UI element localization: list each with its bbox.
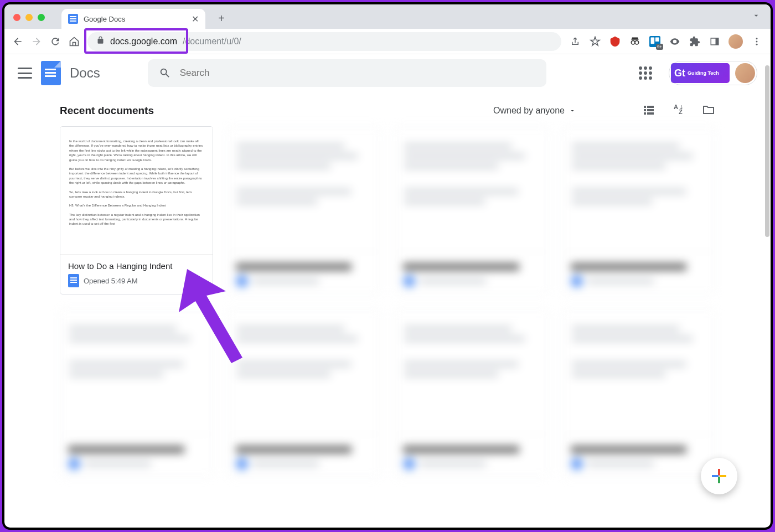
adblock-extension-icon[interactable]	[609, 35, 621, 48]
url-domain: docs.google.com	[110, 37, 177, 47]
docs-file-icon	[68, 274, 79, 287]
docs-logo-icon[interactable]	[41, 61, 61, 85]
search-box[interactable]	[148, 59, 546, 87]
docs-header: Docs GtGuiding Tech	[4, 54, 771, 92]
browser-tabbar: Google Docs ✕ +	[4, 4, 771, 29]
forward-button[interactable]	[31, 36, 42, 47]
document-subtitle: Opened 5:49 AM	[84, 277, 138, 285]
account-switcher[interactable]: GtGuiding Tech	[669, 61, 757, 85]
svg-point-1	[635, 40, 639, 44]
scrollbar[interactable]	[765, 65, 769, 237]
document-card-blurred[interactable]	[562, 309, 716, 477]
chevron-down-icon	[569, 107, 576, 114]
profile-avatar-icon[interactable]	[728, 34, 743, 49]
section-title: Recent documents	[60, 105, 154, 117]
tabs-overflow-icon[interactable]	[752, 11, 761, 22]
document-card-blurred[interactable]	[228, 126, 381, 295]
svg-point-8	[756, 40, 758, 42]
url-path: /document/u/0/	[183, 37, 241, 47]
plus-multicolor-icon	[709, 466, 729, 486]
svg-point-0	[631, 40, 635, 44]
extension-badge: 9+	[656, 44, 663, 50]
address-bar[interactable]: docs.google.com/document/u/0/	[87, 32, 561, 51]
document-card-blurred[interactable]	[395, 309, 548, 477]
svg-point-7	[756, 38, 758, 39]
reload-button[interactable]	[50, 36, 61, 47]
search-input[interactable]	[180, 68, 535, 79]
svg-text:A: A	[674, 104, 678, 110]
tab-close-icon[interactable]: ✕	[192, 14, 199, 24]
document-card-blurred[interactable]	[228, 309, 381, 477]
new-document-fab[interactable]	[701, 458, 737, 494]
user-avatar-icon	[735, 63, 755, 83]
back-button[interactable]	[12, 36, 23, 47]
owner-filter-dropdown[interactable]: Owned by anyone	[493, 106, 576, 116]
app-title: Docs	[70, 65, 100, 81]
docs-favicon-icon	[68, 14, 78, 24]
svg-rect-13	[718, 477, 720, 483]
google-apps-icon[interactable]	[639, 66, 652, 80]
incognito-extension-icon[interactable]	[629, 35, 641, 48]
document-card-blurred[interactable]	[395, 126, 548, 295]
maximize-window-icon[interactable]	[38, 14, 45, 21]
lock-icon	[96, 36, 105, 47]
new-tab-button[interactable]: +	[213, 10, 230, 27]
svg-rect-3	[651, 37, 655, 44]
tab-title: Google Docs	[84, 15, 125, 23]
list-view-icon[interactable]	[642, 103, 655, 118]
minimize-window-icon[interactable]	[25, 14, 33, 21]
share-icon[interactable]	[569, 35, 581, 48]
document-preview: In the world of document formatting, cre…	[60, 127, 213, 254]
sidepanel-icon[interactable]	[709, 35, 721, 48]
trello-extension-icon[interactable]: 9+	[649, 35, 661, 48]
hamburger-menu-icon[interactable]	[18, 68, 32, 79]
document-card-blurred[interactable]	[60, 309, 213, 477]
document-card-blurred[interactable]	[562, 126, 716, 295]
document-card[interactable]: In the world of document formatting, cre…	[60, 126, 213, 295]
sort-az-icon[interactable]: AZ	[672, 103, 685, 118]
svg-rect-14	[712, 475, 719, 477]
traffic-lights	[13, 14, 45, 21]
svg-rect-15	[720, 475, 726, 477]
content-area: Recent documents Owned by anyone AZ In t…	[4, 92, 771, 477]
svg-rect-12	[718, 469, 720, 476]
svg-rect-6	[716, 38, 719, 45]
bookmark-star-icon[interactable]	[589, 35, 601, 48]
search-icon	[159, 67, 171, 79]
close-window-icon[interactable]	[13, 14, 20, 21]
extensions-puzzle-icon[interactable]	[689, 35, 701, 48]
document-title: How to Do a Hanging Indent	[68, 261, 205, 271]
browser-menu-icon[interactable]	[751, 35, 763, 48]
browser-tab[interactable]: Google Docs ✕	[61, 9, 205, 29]
browser-toolbar: docs.google.com/document/u/0/ 9+	[4, 29, 771, 54]
folder-picker-icon[interactable]	[702, 103, 715, 118]
home-button[interactable]	[69, 36, 80, 47]
eye-extension-icon[interactable]	[669, 35, 681, 48]
svg-text:Z: Z	[679, 109, 683, 115]
svg-rect-4	[655, 37, 659, 42]
browser-actions: 9+	[569, 34, 763, 49]
svg-point-9	[756, 43, 758, 45]
brand-logo: GtGuiding Tech	[671, 63, 730, 83]
